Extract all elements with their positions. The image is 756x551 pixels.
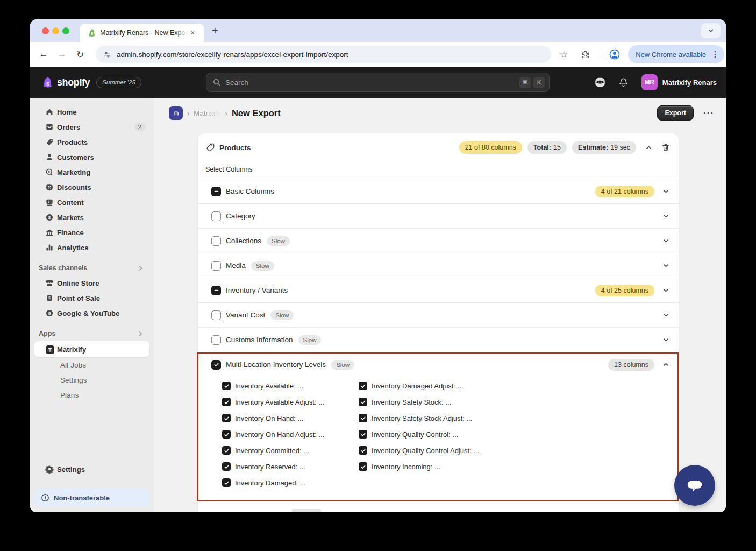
sidebar-item-marketing[interactable]: Marketing — [34, 165, 149, 180]
url-bar[interactable]: admin.shopify.com/store/excelify-renars/… — [96, 46, 551, 63]
browser-menu-icon[interactable]: ⋮ — [709, 50, 721, 59]
sidebar-item-markets[interactable]: $Markets — [34, 210, 149, 225]
column-option-inventory-available[interactable]: Inventory Available: ... — [222, 378, 359, 394]
sidebar-item-products[interactable]: Products — [34, 135, 149, 150]
column-row-category[interactable]: Category — [198, 203, 679, 228]
checkbox-checked[interactable] — [222, 398, 231, 406]
non-transferable-banner[interactable]: Non-transferable — [34, 489, 149, 507]
checkbox-unchecked[interactable] — [211, 310, 221, 320]
tab-search-button[interactable] — [701, 23, 721, 38]
chevron-down-icon[interactable] — [662, 262, 670, 270]
back-button[interactable]: ← — [34, 49, 53, 60]
sidebar-item-settings[interactable]: Settings — [34, 372, 149, 387]
column-row-inventory-variants[interactable]: Inventory / Variants4 of 25 columns — [198, 278, 679, 302]
column-option-inventory-reserved[interactable]: Inventory Reserved: ... — [222, 458, 359, 475]
chat-widget-button[interactable] — [674, 465, 715, 506]
search-input[interactable]: Search ⌘ K — [206, 73, 550, 92]
checkbox-checked[interactable] — [359, 430, 367, 439]
checkbox-checked[interactable] — [222, 478, 231, 487]
chevron-down-icon[interactable] — [662, 237, 670, 245]
column-row-variant-cost[interactable]: Variant CostSlow — [198, 302, 679, 327]
sidebar-section-sales-channels[interactable]: Sales channels — [34, 260, 149, 276]
sidebar-item-analytics[interactable]: Analytics — [34, 240, 149, 255]
column-row-media[interactable]: MediaSlow — [198, 253, 679, 278]
sidebar-item-content[interactable]: Content — [34, 195, 149, 210]
chrome-update-button[interactable]: New Chrome available ⋮ — [628, 45, 724, 63]
user-avatar[interactable]: MR — [641, 74, 658, 90]
trash-icon[interactable] — [661, 143, 670, 152]
sidebar-item-discounts[interactable]: Discounts — [34, 180, 149, 195]
column-option-inventory-damaged-adjust[interactable]: Inventory Damaged Adjust: ... — [359, 378, 479, 394]
chevron-down-icon[interactable] — [662, 212, 670, 220]
matrixify-app-icon[interactable] — [169, 106, 183, 120]
checkbox-checked[interactable] — [222, 462, 231, 471]
chevron-down-icon[interactable] — [662, 311, 670, 319]
checkbox-checked[interactable] — [222, 430, 231, 439]
sidebar-item-all-jobs[interactable]: All Jobs — [34, 357, 149, 372]
more-menu-icon[interactable]: ··· — [703, 108, 714, 118]
column-option-inventory-safety-stock[interactable]: Inventory Safety Stock: ... — [359, 394, 479, 410]
maximize-window-button[interactable] — [62, 27, 69, 34]
sidebar-item-online-store[interactable]: Online Store — [34, 276, 149, 291]
sidekick-assistant-icon[interactable] — [594, 76, 607, 89]
notifications-bell-icon[interactable] — [618, 77, 629, 88]
checkbox-unchecked[interactable] — [211, 335, 221, 345]
sidebar-item-finance[interactable]: Finance — [34, 225, 149, 240]
column-option-inventory-quality-control-adjust[interactable]: Inventory Quality Control Adjust: ... — [359, 442, 479, 458]
sidebar-item-matrixify[interactable]: Matrixify — [34, 341, 149, 357]
breadcrumb-app[interactable]: Matrixify — [194, 109, 220, 117]
checkbox-checked[interactable] — [359, 462, 367, 471]
checkbox-checked[interactable] — [359, 414, 367, 422]
forward-button[interactable]: → — [53, 49, 71, 60]
sidebar-item-customers[interactable]: Customers — [34, 150, 149, 165]
chevron-down-icon[interactable] — [662, 336, 670, 344]
reload-button[interactable]: ↻ — [71, 49, 89, 60]
checkbox-checked[interactable] — [222, 446, 231, 455]
checkbox-indeterminate[interactable] — [211, 286, 221, 295]
checkbox-unchecked[interactable] — [211, 236, 221, 246]
column-option-inventory-on-hand[interactable]: Inventory On Hand: ... — [222, 410, 359, 426]
checkbox-checked[interactable] — [359, 382, 367, 390]
minimize-window-button[interactable] — [52, 27, 59, 34]
collapse-chevron-up-icon[interactable] — [645, 144, 653, 152]
chevron-down-icon[interactable] — [662, 187, 670, 195]
profile-icon[interactable] — [609, 48, 621, 60]
edition-badge[interactable]: Summer '25 — [96, 77, 141, 88]
column-row-customs-information[interactable]: Customs InformationSlow — [198, 327, 679, 352]
close-window-button[interactable] — [42, 27, 49, 34]
browser-tab[interactable]: S Matrixify Renars · New Export × — [80, 24, 204, 42]
checkbox-checked[interactable] — [222, 382, 231, 390]
export-button[interactable]: Export — [657, 105, 694, 121]
chevron-up-icon[interactable] — [662, 361, 670, 369]
checkbox-checked[interactable] — [359, 446, 367, 455]
column-row-multi-location-inventory-levels[interactable]: Multi-Location Inventory LevelsSlow13 co… — [198, 352, 679, 377]
checkbox-unchecked[interactable] — [211, 211, 221, 221]
column-option-inventory-on-hand-adjust[interactable]: Inventory On Hand Adjust: ... — [222, 426, 359, 442]
checkbox-checked[interactable] — [359, 398, 367, 406]
sidebar-item-settings[interactable]: Settings — [34, 462, 149, 477]
column-row-basic-columns[interactable]: Basic Columns4 of 21 columns — [198, 179, 679, 203]
extensions-icon[interactable] — [581, 50, 590, 59]
column-option-inventory-damaged[interactable]: Inventory Damaged: ... — [222, 475, 359, 491]
sidebar-item-orders[interactable]: Orders2 — [34, 119, 149, 135]
checkbox-indeterminate[interactable] — [211, 187, 221, 196]
new-tab-button[interactable]: + — [212, 25, 218, 37]
column-option-inventory-committed[interactable]: Inventory Committed: ... — [222, 442, 359, 458]
chevron-down-icon[interactable] — [662, 286, 670, 294]
column-option-inventory-quality-control[interactable]: Inventory Quality Control: ... — [359, 426, 479, 442]
checkbox-checked[interactable] — [211, 360, 221, 370]
column-option-inventory-safety-stock-adjust[interactable]: Inventory Safety Stock Adjust: ... — [359, 410, 479, 426]
sidebar-item-point-of-sale[interactable]: $Point of Sale — [34, 291, 149, 306]
sidebar-item-google-youtube[interactable]: GGoogle & YouTube — [34, 306, 149, 321]
checkbox-checked[interactable] — [222, 414, 231, 422]
column-option-inventory-incoming[interactable]: Inventory Incoming: ... — [359, 458, 479, 475]
column-row-collections[interactable]: CollectionsSlow — [198, 228, 679, 253]
checkbox-unchecked[interactable] — [211, 261, 221, 271]
tab-close-icon[interactable]: × — [190, 29, 195, 37]
sidebar-item-plans[interactable]: Plans — [34, 387, 149, 402]
sidebar-section-apps[interactable]: Apps — [34, 326, 149, 341]
site-settings-icon[interactable] — [103, 51, 111, 59]
column-option-inventory-available-adjust[interactable]: Inventory Available Adjust: ... — [222, 394, 359, 410]
bookmark-star-icon[interactable]: ☆ — [560, 49, 568, 60]
sidebar-item-home[interactable]: Home — [34, 104, 149, 119]
